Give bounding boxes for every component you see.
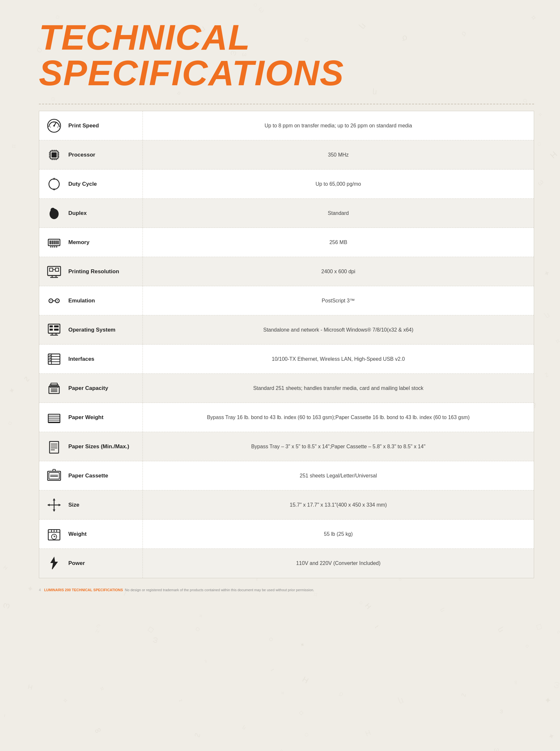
table-row: Printing Resolution 2400 x 600 dpi [39,257,534,286]
svg-rect-53 [49,329,53,331]
svg-rect-28 [55,240,57,244]
spec-label: Interfaces [68,356,94,362]
spec-value: Bypass Tray – 3" x 5" to 8.5" x 14";Pape… [143,432,534,461]
cycle-icon [46,176,62,193]
spec-label: Paper Cassette [68,473,108,479]
spec-value: 350 MHz [143,140,534,169]
svg-rect-7 [52,152,57,157]
table-row: Interfaces 10/100-TX Ethernet, Wireless … [39,345,534,374]
spec-value: 10/100-TX Ethernet, Wireless LAN, High-S… [143,345,534,373]
svg-rect-63 [49,360,51,361]
table-row: Emulation PostScript 3™ [39,286,534,315]
spec-label-cell: Size [39,490,143,519]
spec-value: Standalone and network - Microsoft Windo… [143,315,534,344]
svg-point-45 [57,300,58,301]
spec-value: 110V and 220V (Converter Included) [143,549,534,578]
table-row: Processor 350 MHz [39,140,534,170]
size-icon [46,497,62,514]
svg-rect-61 [49,355,51,356]
spec-value: Up to 65,000 pg/mo [143,170,534,198]
weight-icon [46,526,62,543]
svg-point-23 [51,208,55,212]
spec-label-cell: Paper Sizes (Min./Max.) [39,432,143,461]
spec-value: 251 sheets Legal/Letter/Universal [143,461,534,490]
spec-value: Standard [143,199,534,228]
spec-label-cell: Printing Resolution [39,257,143,286]
spec-label-cell: Weight [39,520,143,548]
spec-label-cell: Paper Weight [39,403,143,432]
svg-marker-89 [53,509,55,512]
chip-icon [46,147,62,163]
spec-value: Standard 251 sheets; handles transfer me… [143,374,534,403]
specs-table: Print Speed Up to 8 ppm on transfer medi… [39,111,534,578]
footer: 4 LUMINARIS 200 TECHNICAL SPECIFICATIONS… [39,588,534,592]
svg-rect-75 [49,441,59,453]
spec-label-cell: Paper Cassette [39,461,143,490]
spec-label: Print Speed [68,122,99,129]
paper-capacity-icon [46,380,62,397]
duplex-icon [46,205,62,222]
spec-label: Paper Sizes (Min./Max.) [68,443,129,450]
spec-value: Bypass Tray 16 lb. bond to 43 lb. index … [143,403,534,432]
table-row: Operating System Standalone and network … [39,315,534,345]
table-row: Duty Cycle Up to 65,000 pg/mo [39,170,534,199]
spec-label: Operating System [68,327,116,333]
svg-rect-25 [49,240,51,244]
table-row: Paper Sizes (Min./Max.) Bypass Tray – 3"… [39,432,534,461]
spec-value: Up to 8 ppm on transfer media; up to 26 … [143,111,534,140]
svg-rect-29 [57,240,59,244]
svg-marker-88 [53,499,55,500]
spec-label: Paper Weight [68,414,103,421]
table-row: Duplex Standard [39,199,534,228]
title-divider [39,104,534,104]
table-row: Paper Weight Bypass Tray 16 lb. bond to … [39,403,534,432]
table-row: Paper Capacity Standard 251 sheets; hand… [39,374,534,403]
spec-label-cell: Memory [39,228,143,257]
os-icon [46,322,62,339]
table-row: Print Speed Up to 8 ppm on transfer medi… [39,111,534,140]
spec-value: 55 lb (25 kg) [143,520,534,548]
emulation-icon [46,292,62,309]
spec-label: Paper Capacity [68,385,108,391]
spec-label: Duplex [68,210,87,216]
svg-rect-55 [54,329,59,331]
spec-value: 256 MB [143,228,534,257]
table-row: Size 15.7" x 17.7" x 13.1"(400 x 450 x 3… [39,490,534,520]
power-icon [46,555,62,572]
table-row: Power 110V and 220V (Converter Included) [39,549,534,578]
svg-rect-54 [54,325,59,327]
footer-page-number: 4 [39,588,41,592]
svg-rect-39 [49,268,53,271]
page-title: TECHNICAL SPECIFICATIONS [39,19,534,91]
memory-icon [46,234,62,251]
spec-label: Weight [68,531,86,537]
spec-label-cell: Paper Capacity [39,374,143,403]
spec-label: Emulation [68,297,95,304]
table-row: Paper Cassette 251 sheets Legal/Letter/U… [39,461,534,490]
spec-value: 2400 x 600 dpi [143,257,534,286]
footer-brand: LUMINARIS 200 TECHNICAL SPECIFICATIONS [44,588,123,592]
spec-label: Memory [68,239,89,246]
spec-label-cell: Duty Cycle [39,170,143,198]
spec-label: Printing Resolution [68,268,119,275]
paper-weight-icon [46,409,62,426]
spec-label-cell: Duplex [39,199,143,228]
resolution-icon [46,263,62,280]
svg-marker-86 [59,504,61,506]
interfaces-icon [46,351,62,368]
svg-rect-26 [52,240,53,244]
spec-label-cell: Emulation [39,286,143,315]
spec-label: Size [68,502,79,508]
spec-label-cell: Operating System [39,315,143,344]
spec-label: Power [68,560,85,566]
paper-sizes-icon [46,438,62,455]
spec-label-cell: Processor [39,140,143,169]
table-row: Memory 256 MB [39,228,534,257]
spec-label-cell: Power [39,549,143,578]
speedometer-icon [46,117,62,134]
table-row: Weight 55 lb (25 kg) [39,520,534,549]
svg-point-44 [51,300,52,301]
spec-value: PostScript 3™ [143,286,534,315]
svg-rect-52 [49,325,53,327]
svg-rect-62 [49,358,51,359]
